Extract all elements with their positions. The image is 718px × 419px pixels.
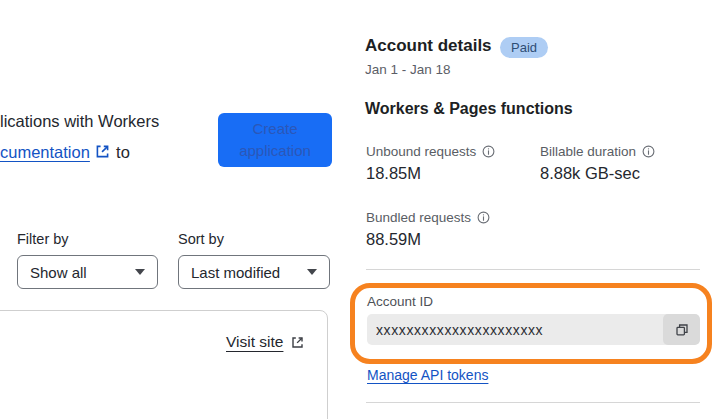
unbound-requests-label: Unbound requests	[366, 144, 495, 159]
info-icon[interactable]	[477, 211, 490, 224]
sort-dropdown[interactable]: Last modified	[178, 255, 330, 289]
chevron-down-icon	[135, 269, 145, 275]
divider	[366, 402, 700, 403]
external-link-icon[interactable]	[94, 143, 111, 160]
bundled-requests-label: Bundled requests	[366, 210, 490, 225]
dashboard-page: { "left_panel": { "intro_line1": "licati…	[0, 0, 718, 419]
intro-line2: cumentation to	[0, 137, 159, 168]
info-icon[interactable]	[642, 145, 655, 158]
billable-duration-label: Billable duration	[540, 144, 655, 159]
documentation-link[interactable]: cumentation	[0, 143, 90, 161]
external-link-icon	[290, 335, 305, 350]
metric-label-text: Billable duration	[540, 144, 636, 159]
account-id-field	[367, 314, 700, 345]
workers-pages-functions-title: Workers & Pages functions	[365, 100, 573, 118]
chevron-down-icon	[307, 269, 317, 275]
account-id-label: Account ID	[367, 294, 433, 309]
intro-line1-text: lications with Workers	[0, 112, 159, 130]
intro-paragraph: lications with Workers cumentation to	[0, 106, 159, 168]
info-icon[interactable]	[482, 145, 495, 158]
copy-icon	[674, 322, 690, 338]
visit-site-link[interactable]: Visit site	[226, 333, 305, 351]
account-id-input[interactable]	[367, 314, 663, 345]
bundled-requests-value: 88.59M	[366, 230, 421, 249]
sort-by-label: Sort by	[178, 231, 224, 247]
metric-label-text: Bundled requests	[366, 210, 471, 225]
intro-suffix-text: to	[116, 143, 130, 161]
billing-date-range: Jan 1 - Jan 18	[365, 62, 451, 77]
manage-api-tokens-link[interactable]: Manage API tokens	[367, 367, 488, 383]
filter-dropdown[interactable]: Show all	[17, 255, 158, 289]
intro-line1: lications with Workers	[0, 106, 159, 137]
divider	[366, 269, 700, 270]
unbound-requests-value: 18.85M	[366, 164, 421, 183]
paid-badge: Paid	[500, 37, 548, 58]
site-card	[0, 310, 328, 419]
create-application-button[interactable]: Create application	[218, 113, 332, 167]
filter-dropdown-value: Show all	[30, 264, 127, 281]
visit-site-label: Visit site	[226, 333, 283, 351]
account-details-title: Account details	[365, 36, 492, 56]
sort-dropdown-value: Last modified	[191, 264, 299, 281]
copy-account-id-button[interactable]	[663, 314, 700, 345]
paid-badge-label: Paid	[511, 40, 537, 55]
metric-label-text: Unbound requests	[366, 144, 476, 159]
filter-by-label: Filter by	[17, 231, 69, 247]
billable-duration-value: 8.88k GB-sec	[540, 164, 640, 183]
